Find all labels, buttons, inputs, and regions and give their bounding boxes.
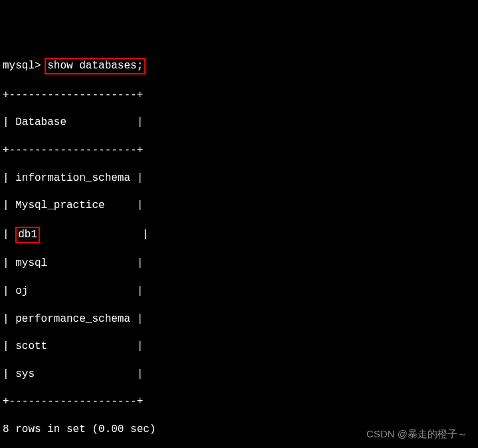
table-row: | mysql |	[3, 257, 475, 271]
table-border: +--------------------+	[3, 88, 475, 102]
table-row: | sys |	[3, 368, 475, 382]
highlight-db1: db1	[15, 227, 40, 243]
table-row: | performance_schema |	[3, 312, 475, 326]
prompt-line-1[interactable]: mysql> show databases;	[3, 58, 475, 74]
highlight-show-databases: show databases;	[45, 58, 146, 74]
table-border: +--------------------+	[3, 144, 475, 158]
table-row: | Mysql_practice |	[3, 199, 475, 213]
table-row: | information_schema |	[3, 171, 475, 185]
table-row: | db1 |	[3, 227, 475, 243]
table-row: | oj |	[3, 284, 475, 298]
watermark: CSDN @暴走的橙子～	[366, 427, 467, 441]
table-row: | scott |	[3, 340, 475, 354]
prompt: mysql>	[3, 60, 41, 72]
table-border: +--------------------+	[3, 395, 475, 409]
table-header: | Database |	[3, 116, 475, 130]
